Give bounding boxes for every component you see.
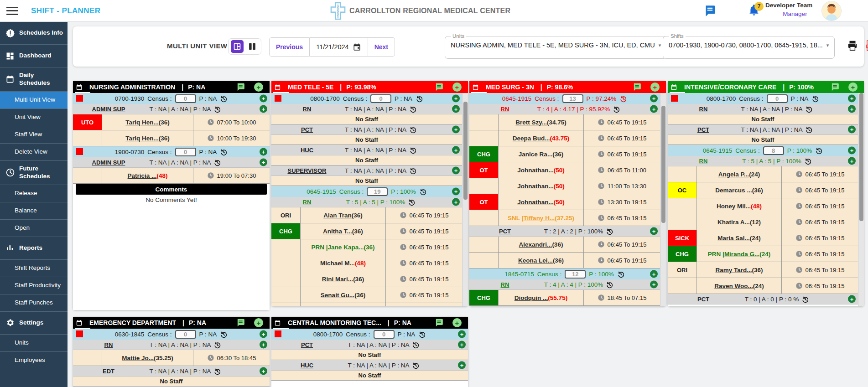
role-link[interactable]: RN xyxy=(485,281,525,288)
add-staff-button[interactable]: + xyxy=(848,105,856,113)
split-view-toggle[interactable] xyxy=(246,40,259,53)
add-staff-button[interactable]: + xyxy=(260,159,267,166)
role-link[interactable]: RN xyxy=(287,106,327,113)
history-icon[interactable] xyxy=(418,330,426,338)
staff-name-link[interactable]: Diodquin ... xyxy=(515,294,548,301)
history-icon[interactable] xyxy=(409,105,417,113)
sidebar-item-balance[interactable]: Balance xyxy=(0,202,68,220)
history-icon[interactable] xyxy=(419,188,427,196)
history-icon[interactable] xyxy=(409,167,417,175)
staff-name-link[interactable]: Anitha T... xyxy=(323,228,352,235)
staff-name-link[interactable]: Honey Mil... xyxy=(717,203,751,210)
add-staff-button[interactable]: + xyxy=(260,95,267,103)
print-button[interactable] xyxy=(847,40,858,52)
sidebar-item-unit-view[interactable]: Unit View xyxy=(0,109,68,126)
history-icon[interactable] xyxy=(606,281,613,289)
role-link[interactable]: PCT xyxy=(287,126,327,133)
add-staff-button[interactable]: + xyxy=(458,361,466,369)
sidebar-item-multi-unit-view[interactable]: Multi Unit View xyxy=(0,92,68,109)
multi-column-view-toggle[interactable] xyxy=(231,40,244,53)
add-staff-button[interactable]: + xyxy=(260,148,267,156)
role-link[interactable]: HUC xyxy=(287,362,327,369)
sidebar-item-daily-schedules[interactable]: Daily Schedules xyxy=(0,67,68,92)
add-staff-button[interactable]: + xyxy=(452,105,460,113)
sidebar-item-employees[interactable]: Employees xyxy=(0,352,68,369)
census-input[interactable]: 0 xyxy=(175,94,196,103)
unit-comments-button[interactable] xyxy=(434,83,444,92)
history-icon[interactable] xyxy=(815,147,823,155)
role-link[interactable]: ADMIN SUP xyxy=(88,106,129,113)
staff-name-link[interactable]: Khatira A... xyxy=(717,219,750,226)
staff-name-link[interactable]: Janice Ra... xyxy=(519,151,552,158)
add-staff-button[interactable]: + xyxy=(452,198,460,206)
add-staff-button[interactable]: + xyxy=(458,341,466,349)
history-icon[interactable] xyxy=(804,157,812,165)
add-staff-button[interactable]: + xyxy=(650,270,658,278)
census-input[interactable]: 12 xyxy=(565,270,586,279)
census-input[interactable]: 8 xyxy=(763,146,784,155)
add-staff-button[interactable]: + xyxy=(848,295,856,303)
staff-name-link[interactable]: Mattie Jo... xyxy=(122,355,154,361)
sidebar-item-staff-punches[interactable]: Staff Punches xyxy=(0,294,68,312)
history-icon[interactable] xyxy=(805,105,813,113)
add-shift-button[interactable]: + xyxy=(452,318,462,327)
units-dropdown[interactable]: Units NURSING ADMIN, MED TELE - 5E, MED … xyxy=(445,33,667,59)
scrollbar-thumb[interactable] xyxy=(661,106,665,223)
scrollbar-thumb[interactable] xyxy=(463,102,468,200)
staff-name-link[interactable]: Alexandri... xyxy=(519,241,552,248)
unit-scrollbar[interactable] xyxy=(858,93,864,306)
add-staff-button[interactable]: + xyxy=(458,330,466,338)
staff-name-link[interactable]: Michael M... xyxy=(320,260,355,267)
staff-name-link[interactable]: Johnathan... xyxy=(517,199,554,206)
user-info[interactable]: Developer Team Manager xyxy=(765,2,825,17)
history-icon[interactable] xyxy=(619,95,627,103)
sidebar-item-staff-view[interactable]: Staff View xyxy=(0,126,68,144)
sidebar-item-units[interactable]: Units xyxy=(0,335,68,352)
history-icon[interactable] xyxy=(220,330,228,338)
add-staff-button[interactable]: + xyxy=(260,330,267,338)
add-staff-button[interactable]: + xyxy=(848,157,856,165)
unit-scrollbar[interactable] xyxy=(660,93,666,306)
add-staff-button[interactable]: + xyxy=(452,95,460,103)
role-link[interactable]: ADMIN SUP xyxy=(88,159,129,166)
sidebar-item-settings[interactable]: Settings xyxy=(0,312,68,335)
role-link[interactable]: SUPERVISOR xyxy=(287,167,327,174)
staff-name-link[interactable]: Jane Kapa... xyxy=(328,244,364,251)
staff-name-link[interactable]: Brett Szy... xyxy=(515,119,547,126)
staff-name-link[interactable]: Tariq Hen... xyxy=(125,135,159,142)
add-staff-button[interactable]: + xyxy=(452,167,460,175)
calendar-picker-icon[interactable] xyxy=(353,43,361,52)
role-link[interactable]: HUC xyxy=(287,147,327,154)
staff-name-link[interactable]: Deepa Bud... xyxy=(513,135,550,142)
unit-scrollbar[interactable] xyxy=(462,93,468,306)
census-input[interactable]: 13 xyxy=(562,94,583,103)
avatar[interactable] xyxy=(822,1,841,21)
staff-name-link[interactable]: Tiffany H... xyxy=(523,215,555,222)
add-staff-button[interactable]: + xyxy=(848,147,856,155)
staff-name-link[interactable]: Senait Gu... xyxy=(321,292,354,299)
staff-name-link[interactable]: Alan Tran xyxy=(323,212,352,219)
staff-name-link[interactable]: Keona Lei... xyxy=(518,257,553,264)
staff-name-link[interactable]: Patricia ... xyxy=(128,172,157,179)
unit-comments-button[interactable] xyxy=(434,318,444,327)
history-icon[interactable] xyxy=(409,146,417,154)
census-input[interactable]: 0 xyxy=(374,330,395,339)
census-input[interactable]: 19 xyxy=(367,187,388,196)
census-input[interactable]: 0 xyxy=(175,330,196,339)
staff-name-link[interactable]: Demarcus ... xyxy=(715,187,752,194)
history-icon[interactable] xyxy=(220,95,228,103)
sidebar-item-staff-productivity[interactable]: Staff Productivity xyxy=(0,277,68,294)
sidebar-item-open[interactable]: Open xyxy=(0,220,68,237)
sidebar-item-release[interactable]: Release xyxy=(0,185,68,202)
sidebar-item-dashboard[interactable]: Dashboard xyxy=(0,45,68,67)
unit-comments-button[interactable] xyxy=(235,318,246,327)
role-link[interactable]: PCT xyxy=(683,126,723,133)
add-staff-button[interactable]: + xyxy=(650,281,658,289)
unit-comments-button[interactable] xyxy=(632,83,642,92)
add-shift-button[interactable]: + xyxy=(254,83,263,92)
add-staff-button[interactable]: + xyxy=(650,227,658,235)
sidebar-item-reports[interactable]: Reports xyxy=(0,237,68,260)
history-icon[interactable] xyxy=(213,341,221,349)
role-link[interactable]: RN xyxy=(287,199,327,206)
staff-name-link[interactable]: Johnathan... xyxy=(517,167,554,174)
